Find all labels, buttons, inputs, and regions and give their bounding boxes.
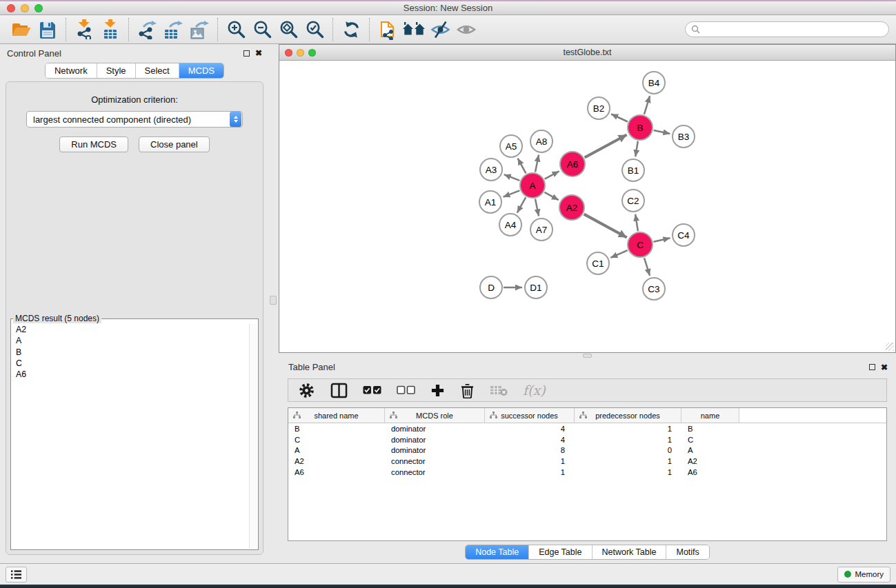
graph-node-C[interactable]: C xyxy=(627,232,653,258)
graph-node-C2[interactable]: C2 xyxy=(621,189,645,212)
mcds-result-item[interactable]: A2 xyxy=(11,325,249,336)
tab-network-table[interactable]: Network Table xyxy=(593,545,667,559)
close-panel-button[interactable]: Close panel xyxy=(139,136,210,152)
graph-node-C4[interactable]: C4 xyxy=(672,223,695,247)
cell-predecessor-nodes: 1 xyxy=(575,436,681,444)
graph-node-B2[interactable]: B2 xyxy=(587,97,610,120)
function-builder-button[interactable]: f(x) xyxy=(523,383,546,398)
export-table-button[interactable] xyxy=(160,17,186,42)
search-input[interactable] xyxy=(704,24,883,35)
cell-MCDS-role: dominator xyxy=(385,436,485,444)
toolbar-separator xyxy=(369,18,370,41)
graph-node-A1[interactable]: A1 xyxy=(479,190,502,214)
graph-node-C3[interactable]: C3 xyxy=(642,277,666,301)
table-row[interactable]: A2connector11A2 xyxy=(288,456,886,467)
close-panel-icon[interactable]: ✖ xyxy=(255,49,262,57)
export-image-icon xyxy=(190,20,209,39)
graph-node-A2[interactable]: A2 xyxy=(559,194,585,221)
zoom-in-button[interactable] xyxy=(223,17,249,42)
network-canvas[interactable]: B4B2BB3A8A5A6B1A3AC2A1A2A4A7CC4C1C3DD1 xyxy=(279,61,895,352)
export-table-icon xyxy=(163,20,183,39)
column-header-successor-nodes[interactable]: successor nodes xyxy=(485,408,575,423)
run-mcds-button[interactable]: Run MCDS xyxy=(59,136,128,152)
graph-node-A8[interactable]: A8 xyxy=(530,130,553,153)
first-neighbors-button[interactable] xyxy=(401,17,427,42)
graph-node-D[interactable]: D xyxy=(479,276,503,299)
add-column-button[interactable] xyxy=(430,383,445,398)
table-row[interactable]: Cdominator41C xyxy=(288,434,886,445)
graph-node-A4[interactable]: A4 xyxy=(499,213,522,236)
refresh-button[interactable] xyxy=(338,17,364,42)
export-image-button[interactable] xyxy=(186,17,212,42)
graph-node-A[interactable]: A xyxy=(519,172,546,199)
mcds-result-item[interactable]: A xyxy=(11,336,249,347)
cell-name: A xyxy=(681,446,739,454)
show-all-button[interactable] xyxy=(453,17,479,42)
search-field[interactable] xyxy=(685,21,889,37)
graph-node-B4[interactable]: B4 xyxy=(642,71,666,94)
vertical-splitter[interactable] xyxy=(269,44,279,563)
result-scrollbar[interactable] xyxy=(249,324,257,549)
tab-network[interactable]: Network xyxy=(46,63,97,78)
import-network-button[interactable] xyxy=(71,17,97,42)
show-panels-button[interactable] xyxy=(6,567,27,582)
graph-node-A7[interactable]: A7 xyxy=(530,218,553,241)
trash-icon xyxy=(460,383,475,398)
resize-grip-icon[interactable] xyxy=(886,343,894,351)
delete-table-button[interactable] xyxy=(490,384,508,396)
tab-mcds[interactable]: MCDS xyxy=(179,63,223,78)
deselect-all-button[interactable] xyxy=(397,385,415,395)
splitter-grip[interactable] xyxy=(270,296,277,305)
select-all-button[interactable] xyxy=(363,385,381,395)
save-session-button[interactable] xyxy=(34,17,61,42)
graph-node-B1[interactable]: B1 xyxy=(621,159,645,182)
tab-node-table[interactable]: Node Table xyxy=(466,545,529,559)
horizontal-splitter[interactable] xyxy=(279,353,896,358)
graph-node-B3[interactable]: B3 xyxy=(672,125,695,148)
criterion-select[interactable]: largest connected component (directed) xyxy=(26,111,243,128)
column-header-name[interactable]: name xyxy=(681,408,739,423)
graph-node-B[interactable]: B xyxy=(627,114,653,141)
import-table-button[interactable] xyxy=(97,17,123,42)
show-columns-button[interactable] xyxy=(330,383,348,398)
zoom-in-icon xyxy=(227,20,246,39)
cell-MCDS-role: dominator xyxy=(385,446,485,454)
tab-style[interactable]: Style xyxy=(97,63,136,78)
export-network-button[interactable] xyxy=(134,17,160,42)
graph-node-D1[interactable]: D1 xyxy=(524,276,548,299)
mcds-result-item[interactable]: B xyxy=(11,347,249,358)
zoom-out-icon xyxy=(253,20,272,39)
network-window-title: testGlobe.txt xyxy=(279,48,895,57)
status-bar: Memory xyxy=(0,563,896,585)
open-file-button[interactable] xyxy=(8,17,34,42)
graph-node-A3[interactable]: A3 xyxy=(479,158,503,181)
mcds-result-item[interactable]: C xyxy=(11,358,249,369)
column-header-shared-name[interactable]: shared name xyxy=(288,408,385,423)
tab-select[interactable]: Select xyxy=(136,63,179,78)
float-panel-icon[interactable] xyxy=(243,50,250,57)
new-network-from-selection-button[interactable] xyxy=(375,17,401,42)
memory-button[interactable]: Memory xyxy=(837,567,890,582)
graph-node-C1[interactable]: C1 xyxy=(586,252,610,275)
graph-node-A6[interactable]: A6 xyxy=(559,151,586,177)
float-panel-icon[interactable] xyxy=(869,364,875,370)
zoom-out-button[interactable] xyxy=(249,17,275,42)
tab-motifs[interactable]: Motifs xyxy=(666,545,708,559)
column-header-MCDS-role[interactable]: MCDS role xyxy=(385,408,485,423)
table-row[interactable]: A6connector11A6 xyxy=(288,467,886,478)
hide-selected-button[interactable] xyxy=(427,17,453,42)
table-settings-button[interactable] xyxy=(298,382,315,399)
column-header-predecessor-nodes[interactable]: predecessor nodes xyxy=(575,408,681,423)
zoom-fit-button[interactable] xyxy=(275,17,301,42)
zoom-selected-button[interactable] xyxy=(301,17,328,42)
mcds-result-item[interactable]: A6 xyxy=(11,369,249,380)
table-row[interactable]: Adominator80A xyxy=(288,445,886,456)
table-row[interactable]: Bdominator41B xyxy=(288,423,886,434)
splitter-grip[interactable] xyxy=(583,354,592,358)
close-panel-icon[interactable]: ✖ xyxy=(881,363,888,372)
graph-node-A5[interactable]: A5 xyxy=(499,134,523,158)
cell-MCDS-role: connector xyxy=(385,457,485,465)
delete-column-button[interactable] xyxy=(460,383,475,398)
tab-edge-table[interactable]: Edge Table xyxy=(529,545,592,559)
memory-label: Memory xyxy=(855,570,884,578)
